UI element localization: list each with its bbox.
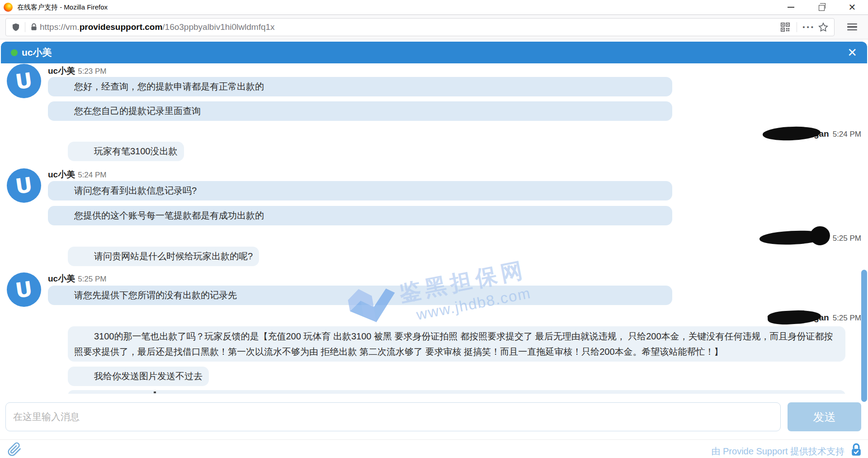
window-title: 在线客户支持 - Mozilla Firefox [17, 3, 108, 12]
avatar-letter: U [14, 172, 34, 199]
author-name: dinghaigan [783, 313, 829, 323]
minimize-button[interactable] [787, 3, 795, 11]
message-time: 5:25 PM [833, 314, 861, 322]
chat-message: 您提供的这个账号每一笔提款都是有成功出款的 [48, 206, 672, 225]
message-meta: uc小美5:25 PM [48, 273, 107, 284]
page-actions-icon[interactable]: ••• [802, 23, 815, 31]
urlbar-separator [25, 22, 25, 32]
message-input[interactable] [5, 402, 781, 431]
urlbar-separator-2 [797, 22, 797, 32]
url-bar[interactable]: https://vm.providesupport.com/16o3ppbyal… [5, 18, 835, 36]
redaction-scribble [768, 309, 821, 325]
firefox-logo-icon [4, 3, 13, 12]
menu-button[interactable] [847, 24, 857, 31]
lock-icon[interactable] [30, 23, 38, 32]
restore-button[interactable] [817, 3, 826, 11]
operator-avatar: U [7, 168, 41, 203]
chat-input-row: 发送 [0, 402, 868, 432]
chat-message: 请问您有看到出款信息记录吗? [48, 181, 672, 200]
message-meta: uc小美5:24 PM [48, 169, 107, 180]
operator-avatar: U [7, 64, 41, 98]
message-time: 5:25 PM [833, 234, 861, 243]
redaction-scribble [763, 125, 821, 142]
chat-message: 您在您自己的提款记录里面查询 [48, 101, 672, 121]
url-text[interactable]: https://vm.providesupport.com/16o3ppbyal… [40, 22, 780, 32]
author-name: uc小美 [48, 66, 75, 76]
avatar-letter: U [14, 68, 34, 95]
author-name: uc小美 [48, 274, 75, 283]
message-meta: uc小美5:23 PM [48, 65, 107, 76]
message-time: 5:25 PM [78, 275, 106, 283]
redaction-scribble [760, 229, 828, 246]
message-meta: dinghaigan5:25 PM [783, 233, 861, 245]
browser-toolbar: https://vm.providesupport.com/16o3ppbyal… [0, 15, 868, 39]
attach-file-icon[interactable] [7, 442, 22, 458]
titlebar: 在线客户支持 - Mozilla Firefox ✕ [0, 0, 868, 15]
close-window-button[interactable]: ✕ [848, 3, 856, 11]
message-meta: dinghaigan5:25 PM [783, 313, 861, 324]
operator-avatar: U [7, 272, 41, 307]
secure-lock-icon [850, 443, 863, 458]
url-path: /16o3ppbyalbiv1hi0lwldmfq1x [162, 22, 274, 32]
message-time: 5:24 PM [78, 171, 106, 179]
chat-close-button[interactable]: ✕ [847, 47, 857, 58]
chat-operator-title: uc小美 [22, 46, 52, 59]
message-time: 5:24 PM [833, 130, 861, 138]
author-name: uc小美 [48, 170, 75, 179]
chat-message: 玩家有笔3100没出款 [68, 142, 184, 161]
url-domain: providesupport.com [80, 22, 163, 32]
scrollbar-thumb[interactable] [861, 270, 867, 402]
powered-by-text[interactable]: 由 Provide Support 提供技术支持 [711, 445, 844, 458]
chat-transcript[interactable]: U uc小美5:23 PM 您好，经查询，您的提款申请都是有正常出款的 您在您自… [0, 63, 868, 394]
message-meta: dinghaigan5:24 PM [783, 129, 861, 141]
chat-message: 请问贵网站是什么时候给玩家出款的呢? [68, 247, 259, 266]
chat-header: uc小美 ✕ [1, 42, 867, 63]
bookmark-star-icon[interactable] [818, 22, 829, 33]
qr-scan-icon[interactable] [780, 22, 790, 32]
chat-footer: 由 Provide Support 提供技术支持 [0, 439, 868, 458]
online-status-icon [11, 49, 18, 56]
send-button[interactable]: 发送 [788, 402, 861, 431]
chat-message: 3100的那一笔也出款了吗？玩家反馈的是【充值200 玩体育 出款3100 被黑… [68, 326, 845, 362]
message-time: 5:23 PM [78, 67, 106, 76]
chat-message: 您好，经查询，您的提款申请都是有正常出款的 [48, 77, 672, 96]
chat-message: 我给你发送图片发送不过去 [68, 367, 209, 386]
author-name: dinghaigan [783, 129, 829, 139]
cutoff-message-bubble [68, 390, 845, 394]
url-scheme: https://vm. [40, 22, 80, 32]
author-name: dinghaigan [783, 233, 829, 243]
window-controls: ✕ [787, 3, 856, 11]
avatar-letter: U [14, 277, 34, 303]
chat-message: 请您先提供下您所谓的没有出款的记录先 [48, 286, 672, 305]
tracking-shield-icon[interactable] [11, 22, 20, 32]
watermark-logo-icon [340, 276, 406, 335]
